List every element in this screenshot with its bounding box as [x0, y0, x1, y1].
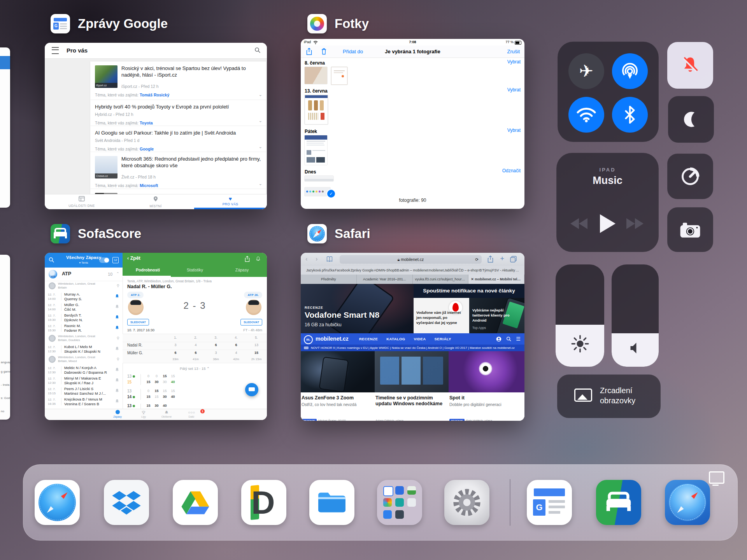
partial-app-card-top-left[interactable]	[0, 47, 10, 208]
tab-matches[interactable]: Zápasy	[104, 410, 131, 418]
dock-icon-sofascore[interactable]	[596, 480, 641, 525]
topic-link[interactable]: Google	[140, 147, 154, 151]
deselect-button[interactable]: Odznačit	[502, 168, 521, 173]
notification-banner[interactable]: Spouštíme notifikace na nové články	[414, 284, 524, 298]
site-brand[interactable]: mobilenet.cz	[316, 336, 349, 342]
bookmark-item[interactable]: Jablíčkář	[444, 268, 458, 272]
airplane-mode-toggle[interactable]: ✈	[568, 53, 604, 89]
tab-for-you[interactable]: ♥ PRO VÁS	[207, 196, 254, 206]
site-nav-item[interactable]: RECENZE	[359, 337, 378, 341]
chevron-down-icon[interactable]: ⌄	[259, 181, 262, 186]
topic-link[interactable]: Microsoft	[140, 183, 158, 188]
airdrop-toggle[interactable]	[612, 53, 648, 89]
pin-icon[interactable]: ⚲	[117, 357, 119, 361]
cancel-button[interactable]: Zrušit	[507, 49, 520, 54]
pin-icon[interactable]: ⚲	[117, 336, 119, 340]
mute-toggle[interactable]	[667, 42, 713, 89]
menu-icon[interactable]: ☰	[516, 336, 521, 342]
browser-tab[interactable]: Předměty	[301, 275, 357, 284]
volume-slider[interactable]	[612, 264, 659, 367]
tab-more[interactable]: ○○○1Další	[178, 410, 205, 418]
chevron-down-icon[interactable]: ⌄	[259, 92, 262, 97]
share-icon[interactable]	[245, 256, 250, 262]
dock-icon-dropbox[interactable]	[104, 480, 149, 525]
menu-icon[interactable]	[52, 47, 59, 54]
dock-icon-safari-compass[interactable]	[665, 480, 710, 525]
bookmark-item[interactable]: Jazyková příručka	[306, 268, 335, 272]
bell-icon-off[interactable]	[115, 346, 119, 351]
sport-filter[interactable]: ▾ Tenis	[45, 261, 123, 264]
photo-thumbnail[interactable]	[305, 135, 327, 165]
tab-statistics[interactable]: Statistiky	[168, 268, 222, 272]
dock-icon-google-news[interactable]: G	[527, 480, 572, 525]
topic-link[interactable]: Toyota	[140, 121, 153, 125]
partial-app-card-bottom-left[interactable]: anguag g game - Insta s: Gods no	[0, 255, 10, 420]
share-icon[interactable]	[487, 256, 493, 263]
site-nav-item[interactable]: SERIÁLY	[435, 337, 451, 341]
mobilenet-logo[interactable]: m.	[304, 335, 313, 344]
bookmark-item[interactable]: FSV - Aktuality	[492, 268, 515, 272]
bookmark-item[interactable]: ADMIN-ShopBB	[374, 268, 399, 272]
tab-events-of-day[interactable]: UDÁLOSTI DNE	[58, 196, 105, 208]
article-card[interactable]: Timeline se v podzimním updatu Windows n…	[375, 351, 449, 421]
article-title[interactable]: Microsoft 365: Redmond představil jedno …	[121, 156, 261, 173]
select-button[interactable]: Vybrat	[507, 87, 521, 93]
tab-local[interactable]: MÍSTNÍ	[132, 196, 179, 208]
bookmarks-icon[interactable]	[326, 256, 333, 262]
match-row[interactable]: 12. 7.12:30Mektic N / Konjuh ADabrowski …	[45, 365, 123, 375]
pin-icon[interactable]: ⚲	[117, 284, 119, 288]
select-button[interactable]: Vybrat	[507, 59, 521, 65]
news-article[interactable]: Cnews.cz Microsoft 365: Redmond představ…	[90, 152, 266, 189]
hero-article[interactable]: RECENZE Vodafone Smart N8 16 GB za hubič…	[301, 284, 414, 333]
dock-icon-documents[interactable]: D	[241, 480, 286, 525]
screen-mirroring-button[interactable]: Zrcadlení obrazovky	[557, 374, 661, 418]
bookmark-item[interactable]: IB	[479, 268, 482, 272]
photo-thumbnail[interactable]	[305, 176, 333, 181]
tournament-row[interactable]: Wimbledon, London, Great Britain⚲	[45, 281, 123, 291]
tournament-row[interactable]: Wimbledon, London, Great Britain, Mixed⚲	[45, 354, 123, 365]
bell-icon-off[interactable]	[115, 304, 119, 309]
bell-icon-off[interactable]	[115, 367, 119, 372]
photo-thumbnail[interactable]	[305, 67, 327, 84]
tab-details[interactable]: Podrobnosti	[123, 268, 175, 272]
app-card-safari[interactable]: ‹ › 🔒︎ mobilenet.cz ⟳ + Jazyková příručk…	[301, 253, 524, 421]
next-track-button[interactable]	[626, 218, 644, 229]
new-tab-icon[interactable]: +	[500, 255, 504, 263]
bookmark-overflow[interactable]: …	[516, 268, 519, 272]
dock-icon-files[interactable]	[309, 480, 354, 525]
photo-thumbnail[interactable]	[331, 67, 347, 85]
article-tile-twitter-clients[interactable]: Vybíráme nejlepší twitterové klienty pro…	[469, 298, 524, 333]
live-toggle[interactable]	[99, 257, 109, 263]
browser-tab[interactable]: vyuka.lf3.cuni.cz/subject_hours.php?...	[413, 275, 469, 284]
search-icon[interactable]	[254, 47, 261, 53]
article-title[interactable]: Hybridy tvoří 40 % prodejů Toyoty v Evro…	[95, 104, 261, 110]
bell-icon[interactable]	[256, 256, 261, 262]
url-field[interactable]: 🔒︎ mobilenet.cz ⟳	[340, 255, 482, 264]
forward-icon[interactable]: ›	[316, 255, 318, 263]
bookmark-item[interactable]: Facebook	[335, 268, 351, 272]
browser-tab-active[interactable]: ✕ mobilenet.cz – Mobilní telefony, no...	[468, 275, 524, 284]
bookmark-item[interactable]: ČD – e-shop	[459, 268, 479, 272]
music-widget[interactable]: IPAD Music	[556, 153, 659, 252]
article-card[interactable]: Asus ZenFone 3 Zoom Ostříž, co lov hned …	[301, 351, 375, 421]
app-card-google-news[interactable]: Pro vás iSport.cz Rosický v akci, trénov…	[45, 43, 267, 209]
bell-icon-off[interactable]	[115, 378, 119, 383]
bell-icon-on[interactable]	[115, 294, 119, 299]
chevron-down-icon[interactable]: ⌄	[259, 118, 262, 123]
bookmark-item[interactable]: Týmuj	[482, 268, 492, 272]
dock-icon-safari[interactable]	[35, 480, 80, 525]
dock-icon-settings[interactable]	[444, 480, 489, 525]
topic-link[interactable]: Tomáš Rosický	[140, 93, 169, 97]
news-article[interactable]: iSport.cz Rosický v akci, trénoval se Sp…	[90, 61, 266, 100]
follow-button-away[interactable]: SLEDOVAT	[240, 319, 262, 326]
app-card-sofascore[interactable]: Všechny Zápasy ▾ Tenis 12 ATP ATP 10 ⌃ W…	[45, 253, 267, 420]
news-ticker[interactable]: NOVÝ HONOR 9 | Konec roamingu v EU | App…	[301, 345, 524, 351]
bookmark-item[interactable]: admin – mobilenet	[400, 268, 428, 272]
wifi-toggle[interactable]	[568, 97, 604, 133]
browser-tab[interactable]: Academic Year 2016–201...	[357, 275, 413, 284]
news-article[interactable]: Hybridy tvoří 40 % prodejů Toyoty v Evro…	[90, 100, 266, 126]
dock-icon-google-drive[interactable]	[173, 480, 218, 525]
article-tile-vodafone[interactable]: Vodafone vám již internet jen nezpomalí,…	[414, 298, 469, 333]
search-icon[interactable]	[506, 336, 511, 341]
follow-button-home[interactable]: SLEDOVAT	[127, 319, 149, 326]
